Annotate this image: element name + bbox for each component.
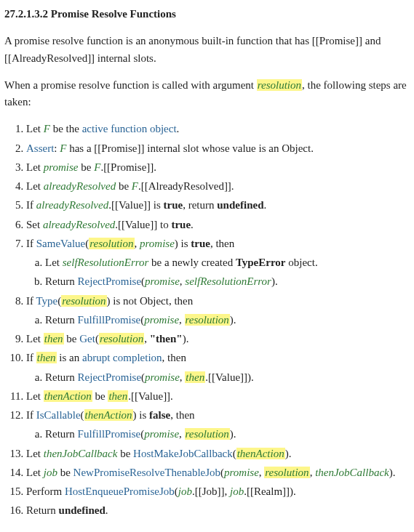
- spec-term-link[interactable]: active function object: [82, 123, 177, 134]
- algorithm-substep: Return FulfillPromise(promise, resolutio…: [45, 426, 410, 443]
- spec-variable: F: [132, 180, 138, 192]
- intro-paragraph-2: When a promise resolve function is calle…: [4, 77, 410, 111]
- spec-variable: promise: [144, 314, 179, 326]
- algorithm-steps: Let F be the active function object.Asse…: [4, 121, 410, 519]
- spec-variable: job: [178, 485, 192, 497]
- spec-variable-highlighted: resolution: [185, 428, 230, 440]
- spec-keyword: undefined: [217, 199, 263, 211]
- spec-variable: promise: [224, 467, 259, 478]
- spec-variable: promise: [44, 161, 79, 173]
- spec-keyword: TypeError: [236, 257, 286, 268]
- algorithm-step: Return undefined.: [26, 502, 410, 519]
- spec-keyword: true: [164, 199, 183, 211]
- algorithm-substeps: Return RejectPromise(promise, then.[[Val…: [26, 369, 410, 386]
- algorithm-substeps: Return FulfillPromise(promise, resolutio…: [26, 426, 410, 443]
- spec-variable-highlighted: resolution: [257, 79, 302, 91]
- spec-term-link[interactable]: RejectPromise: [78, 371, 141, 383]
- outro-paragraph: The "length" property of a promise resol…: [4, 530, 410, 533]
- algorithm-step: If then is an abrupt completion, thenRet…: [26, 350, 410, 386]
- spec-keyword: false: [149, 409, 170, 421]
- algorithm-substeps: Let selfResolutionError be a newly creat…: [26, 254, 410, 291]
- spec-variable: F: [94, 161, 100, 173]
- spec-variable: alreadyResolved: [43, 219, 115, 230]
- spec-variable-highlighted: then: [108, 390, 128, 402]
- spec-variable-highlighted: then: [36, 352, 57, 363]
- spec-variable: selfResolutionError: [63, 257, 149, 268]
- spec-variable-highlighted: thenAction: [236, 448, 285, 459]
- spec-variable: alreadyResolved: [36, 199, 108, 211]
- spec-term-link[interactable]: FulfillPromise: [78, 428, 141, 440]
- algorithm-step: Let alreadyResolved be F.[[AlreadyResolv…: [26, 178, 410, 195]
- spec-term-link[interactable]: HostMakeJobCallback: [133, 448, 233, 459]
- algorithm-substeps: Return FulfillPromise(promise, resolutio…: [26, 312, 410, 329]
- spec-variable: promise: [145, 275, 180, 287]
- algorithm-step: If SameValue(resolution, promise) is tru…: [26, 235, 410, 291]
- spec-variable-highlighted: thenAction: [44, 390, 92, 402]
- spec-term-link[interactable]: RejectPromise: [78, 275, 141, 287]
- algorithm-step: Let then be Get(resolution, "then").: [26, 331, 410, 347]
- algorithm-step: Set alreadyResolved.[[Value]] to true.: [26, 217, 410, 233]
- algorithm-substep: Return RejectPromise(promise, then.[[Val…: [45, 369, 410, 386]
- spec-keyword: true: [191, 238, 210, 249]
- algorithm-substep: Return RejectPromise(promise, selfResolu…: [45, 273, 410, 290]
- spec-variable: F: [60, 142, 66, 154]
- spec-variable-highlighted: resolution: [61, 295, 106, 307]
- spec-term-link[interactable]: HostEnqueuePromiseJob: [65, 485, 175, 497]
- algorithm-step: If IsCallable(thenAction) is false, then…: [26, 407, 410, 443]
- spec-section: 27.2.1.3.2 Promise Resolve Functions A p…: [0, 0, 414, 532]
- spec-variable: promise: [140, 238, 175, 249]
- spec-variable-highlighted: then: [185, 371, 205, 383]
- spec-term-link[interactable]: IsCallable: [36, 409, 81, 421]
- spec-term-link[interactable]: Assert: [26, 142, 54, 154]
- spec-term-link[interactable]: Type: [36, 295, 57, 307]
- spec-term-link[interactable]: abrupt completion: [82, 352, 162, 363]
- spec-term-link[interactable]: NewPromiseResolveThenableJob: [73, 467, 220, 478]
- spec-term-link[interactable]: SameValue: [36, 238, 85, 249]
- algorithm-step: Let F be the active function object.: [26, 121, 410, 137]
- spec-variable: thenJobCallback: [44, 448, 118, 459]
- algorithm-step: Let promise be F.[[Promise]].: [26, 159, 410, 176]
- spec-variable: alreadyResolved: [44, 180, 116, 192]
- spec-variable: job: [44, 467, 57, 478]
- spec-keyword: undefined: [59, 504, 106, 516]
- spec-variable: job: [230, 485, 244, 497]
- algorithm-step: Assert: F has a [[Promise]] internal slo…: [26, 140, 410, 157]
- spec-variable-highlighted: resolution: [89, 238, 134, 249]
- spec-variable-highlighted: thenAction: [84, 409, 133, 421]
- algorithm-step: Let thenJobCallback be HostMakeJobCallba…: [26, 446, 410, 462]
- spec-term-link[interactable]: FulfillPromise: [78, 314, 141, 326]
- algorithm-step: Let thenAction be then.[[Value]].: [26, 388, 410, 405]
- algorithm-substep: Let selfResolutionError be a newly creat…: [45, 254, 410, 271]
- spec-variable-highlighted: then: [44, 333, 64, 344]
- algorithm-substep: Return FulfillPromise(promise, resolutio…: [45, 312, 410, 329]
- algorithm-step: If Type(resolution) is not Object, thenR…: [26, 293, 410, 329]
- algorithm-step: If alreadyResolved.[[Value]] is true, re…: [26, 197, 410, 214]
- spec-variable: promise: [145, 371, 180, 383]
- algorithm-step: Let job be NewPromiseResolveThenableJob(…: [26, 464, 410, 481]
- spec-variable: promise: [144, 428, 179, 440]
- spec-variable-highlighted: resolution: [185, 314, 230, 326]
- spec-keyword: true: [171, 219, 191, 230]
- spec-variable-highlighted: resolution: [264, 467, 309, 478]
- algorithm-step: Perform HostEnqueuePromiseJob(job.[[Job]…: [26, 483, 410, 500]
- section-title: 27.2.1.3.2 Promise Resolve Functions: [4, 6, 410, 23]
- spec-variable: thenJobCallback: [315, 467, 389, 478]
- spec-variable: selfResolutionError: [185, 275, 271, 287]
- spec-variable-highlighted: resolution: [99, 333, 144, 344]
- spec-keyword: "then": [150, 333, 183, 344]
- spec-term-link[interactable]: Get: [79, 333, 95, 344]
- spec-variable: F: [44, 123, 50, 134]
- intro-paragraph-1: A promise resolve function is an anonymo…: [4, 33, 410, 67]
